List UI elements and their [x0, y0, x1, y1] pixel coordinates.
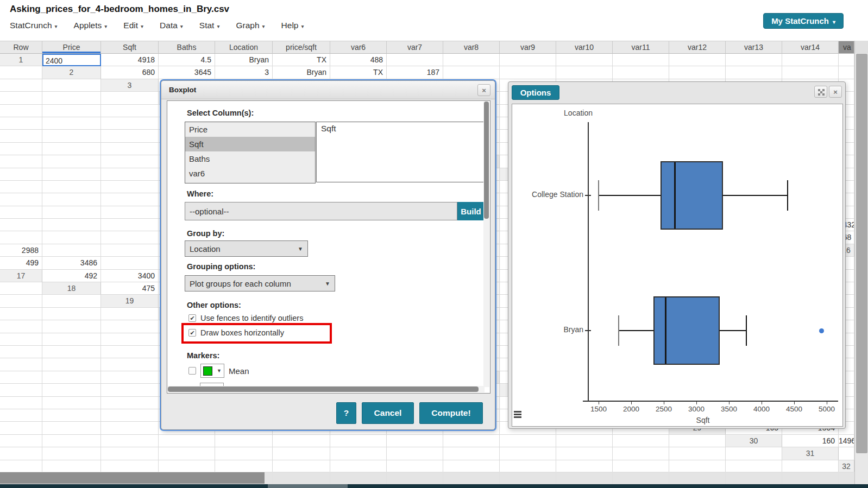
menu-item-graph[interactable]: Graph▾: [236, 21, 265, 30]
table-cell[interactable]: [330, 460, 387, 473]
table-cell[interactable]: TX: [330, 66, 387, 79]
table-cell[interactable]: [0, 181, 42, 193]
table-cell[interactable]: [669, 435, 726, 447]
table-cell[interactable]: [500, 447, 556, 460]
table-cell[interactable]: [42, 92, 101, 104]
table-cell[interactable]: [443, 460, 500, 473]
table-cell[interactable]: [101, 257, 159, 269]
column-header-var10[interactable]: var10: [556, 41, 613, 54]
table-cell[interactable]: [726, 460, 782, 473]
table-cell[interactable]: [500, 66, 556, 79]
table-cell[interactable]: [101, 105, 159, 117]
table-cell[interactable]: [101, 447, 159, 460]
table-cell[interactable]: [613, 66, 669, 79]
table-cell[interactable]: [101, 193, 159, 206]
table-cell[interactable]: [101, 231, 159, 244]
table-cell[interactable]: [101, 346, 159, 358]
table-cell[interactable]: [101, 371, 159, 384]
row-header[interactable]: 32: [839, 460, 854, 473]
table-cell[interactable]: [273, 460, 330, 473]
table-cell[interactable]: [443, 66, 500, 79]
my-statcrunch-button[interactable]: My StatCrunch▾: [763, 13, 844, 29]
table-cell[interactable]: [0, 66, 42, 79]
table-cell[interactable]: [0, 346, 42, 358]
column-header-partial[interactable]: va: [839, 41, 854, 54]
table-cell[interactable]: [669, 460, 726, 473]
help-button[interactable]: ?: [336, 402, 356, 424]
table-cell[interactable]: [0, 295, 42, 307]
hamburger-menu-icon[interactable]: [514, 411, 521, 419]
table-cell[interactable]: [42, 435, 101, 447]
row-header[interactable]: 2: [42, 66, 101, 79]
table-cell[interactable]: [101, 117, 159, 130]
table-cell[interactable]: 3: [215, 66, 273, 79]
table-cell[interactable]: [726, 54, 782, 66]
table-cell[interactable]: [101, 435, 159, 447]
table-cell[interactable]: [443, 435, 500, 447]
dialog-scrollbar-track[interactable]: [483, 102, 489, 387]
table-cell[interactable]: [42, 422, 101, 434]
table-cell[interactable]: [273, 447, 330, 460]
table-cell[interactable]: [330, 435, 387, 447]
cancel-button[interactable]: Cancel: [362, 402, 414, 424]
fences-checkbox[interactable]: ✔: [188, 314, 196, 322]
column-header-var11[interactable]: var11: [613, 41, 669, 54]
table-cell[interactable]: [159, 447, 215, 460]
close-icon[interactable]: ×: [829, 86, 842, 98]
menu-item-stat[interactable]: Stat▾: [199, 21, 220, 30]
table-cell[interactable]: [42, 460, 101, 473]
table-cell[interactable]: [42, 447, 101, 460]
table-cell[interactable]: 488: [330, 54, 387, 66]
column-listbox[interactable]: PriceSqftBathsvar6: [185, 122, 316, 183]
table-cell[interactable]: [0, 460, 42, 473]
table-cell[interactable]: [42, 333, 101, 346]
table-cell[interactable]: [387, 460, 443, 473]
table-cell[interactable]: [42, 105, 101, 117]
table-cell[interactable]: [215, 435, 273, 447]
table-cell[interactable]: [42, 143, 101, 155]
column-header-price-sqft[interactable]: price/sqft: [273, 41, 330, 54]
table-cell[interactable]: [159, 435, 215, 447]
table-cell[interactable]: [101, 143, 159, 155]
table-cell[interactable]: [0, 397, 42, 409]
table-cell[interactable]: [0, 371, 42, 384]
table-cell[interactable]: [0, 219, 42, 231]
table-cell[interactable]: [42, 168, 101, 181]
table-cell[interactable]: [42, 244, 101, 257]
table-cell[interactable]: [782, 460, 839, 473]
table-cell[interactable]: [42, 193, 101, 206]
expand-icon[interactable]: [814, 86, 827, 98]
table-cell[interactable]: [0, 143, 42, 155]
mean-color-picker[interactable]: ▼: [200, 364, 224, 378]
table-cell[interactable]: [42, 117, 101, 130]
table-cell[interactable]: [101, 168, 159, 181]
menu-item-applets[interactable]: Applets▾: [74, 21, 108, 30]
table-cell[interactable]: [613, 460, 669, 473]
table-cell[interactable]: [42, 384, 101, 396]
table-cell[interactable]: [556, 447, 613, 460]
table-cell[interactable]: [101, 409, 159, 422]
table-cell[interactable]: [726, 66, 782, 79]
column-header-var12[interactable]: var12: [669, 41, 726, 54]
table-cell[interactable]: [669, 66, 726, 79]
table-cell[interactable]: [42, 181, 101, 193]
table-cell[interactable]: [101, 181, 159, 193]
row-header[interactable]: 18: [42, 282, 101, 295]
horizontal-scrollbar-thumb[interactable]: [0, 472, 265, 484]
table-cell[interactable]: [42, 155, 101, 168]
table-cell[interactable]: [101, 308, 159, 320]
table-cell[interactable]: [613, 447, 669, 460]
table-cell[interactable]: [782, 66, 839, 79]
table-cell[interactable]: [0, 358, 42, 371]
table-cell[interactable]: 1496: [839, 435, 854, 447]
table-cell[interactable]: 160: [782, 435, 839, 447]
table-cell[interactable]: [101, 358, 159, 371]
table-cell[interactable]: [0, 320, 42, 333]
table-cell[interactable]: [0, 193, 42, 206]
table-cell[interactable]: [669, 447, 726, 460]
row-header[interactable]: 30: [726, 435, 782, 447]
compute-button[interactable]: Compute!: [419, 402, 483, 424]
table-cell[interactable]: [0, 282, 42, 295]
vertical-scrollbar[interactable]: [854, 41, 868, 484]
table-cell[interactable]: [556, 460, 613, 473]
